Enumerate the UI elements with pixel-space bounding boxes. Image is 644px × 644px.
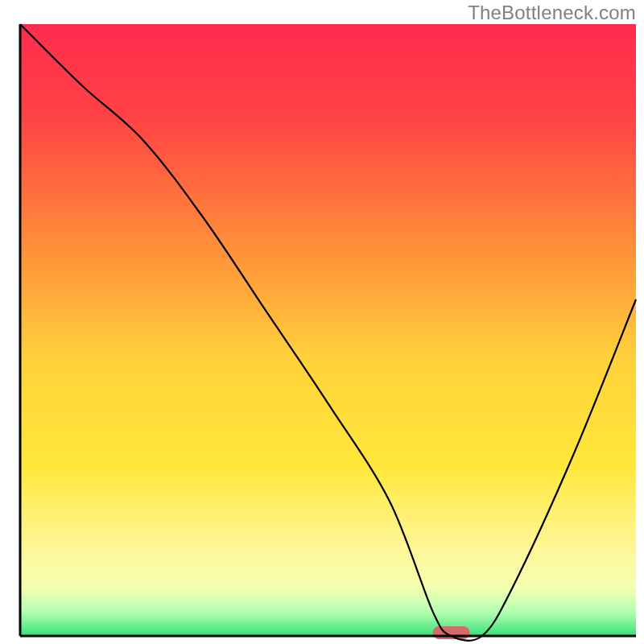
bottleneck-chart bbox=[0, 0, 644, 644]
gradient-background bbox=[20, 24, 636, 636]
watermark-text: TheBottleneck.com bbox=[468, 2, 636, 24]
plot-area bbox=[20, 24, 636, 641]
optimal-marker bbox=[433, 626, 470, 639]
chart-container: { "watermark": "TheBottleneck.com", "cha… bbox=[0, 0, 644, 644]
